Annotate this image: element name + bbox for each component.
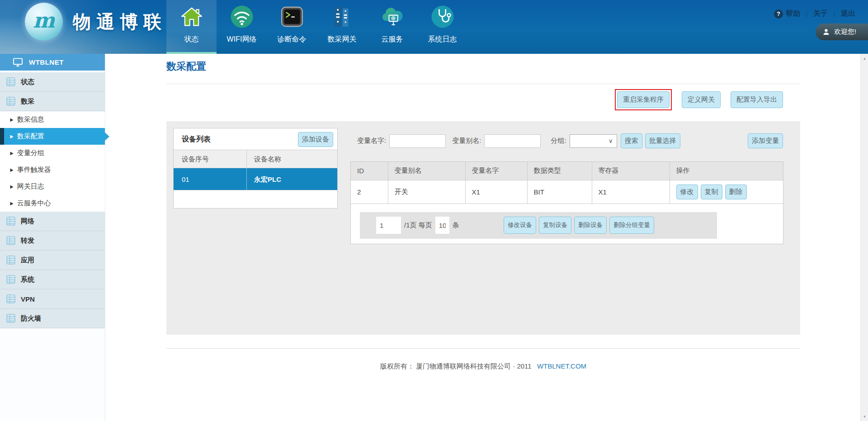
variable-alias-input[interactable]: [484, 134, 541, 148]
batch-select-button[interactable]: 批量选择: [645, 133, 680, 148]
tab-diagnostics-label: 诊断命令: [278, 35, 307, 44]
col-actions: 操作: [670, 162, 783, 180]
caret-right-icon: ▶: [10, 151, 13, 156]
sidebar-item-event-trigger[interactable]: ▶ 事件触发器: [0, 161, 105, 178]
page-actions: 重启采集程序 定义网关 配置导入导出: [166, 89, 800, 110]
tab-gateway[interactable]: 数采网关: [317, 0, 367, 54]
add-variable-button[interactable]: 添加变量: [748, 133, 783, 148]
tab-status[interactable]: 状态: [166, 0, 217, 54]
device-list-header: 设备列表 添加设备: [174, 128, 337, 150]
device-list-title: 设备列表: [182, 128, 211, 150]
device-col-no: 设备序号: [174, 150, 247, 168]
help-icon: ?: [774, 9, 783, 19]
cloud-icon: [380, 4, 405, 29]
terminal-icon: [279, 4, 305, 29]
sidebar-item-datacollect[interactable]: 数采: [0, 92, 105, 111]
sidebar-item-network[interactable]: 网络: [0, 212, 105, 231]
device-name: 永宏PLC: [247, 168, 337, 190]
col-datatype: 数据类型: [527, 162, 592, 180]
define-gateway-button[interactable]: 定义网关: [682, 91, 721, 108]
brand-logo-icon: m: [25, 3, 63, 41]
tab-gateway-label: 数采网关: [328, 35, 357, 44]
cell-register: X1: [592, 180, 670, 203]
device-table-header: 设备序号 设备名称: [174, 150, 337, 168]
sidebar-item-variable-group[interactable]: ▶ 变量分组: [0, 145, 105, 161]
vertical-scrollbar[interactable]: ▲ ▼: [860, 54, 868, 421]
logout-link[interactable]: 退出: [841, 9, 855, 19]
page-title: 数采配置: [166, 60, 206, 73]
cell-id: 2: [351, 180, 388, 203]
scroll-up-icon[interactable]: ▲: [861, 55, 868, 62]
sidebar-item-collect-config[interactable]: ▶ 数采配置: [0, 128, 105, 145]
delete-group-variable-button[interactable]: 删除分组变量: [609, 217, 654, 234]
copyright-text: 版权所有： 厦门物通博联网络科技有限公司 · 2011: [380, 362, 532, 370]
restart-collector-button[interactable]: 重启采集程序: [617, 91, 670, 108]
col-register: 寄存器: [592, 162, 670, 180]
sidebar-item-vpn[interactable]: VPN: [0, 289, 105, 309]
welcome-pill[interactable]: 欢迎您!: [816, 24, 868, 40]
sidebar-item-collect-info[interactable]: ▶ 数采信息: [0, 111, 105, 128]
grid-icon: [5, 255, 16, 265]
col-alias: 变量别名: [388, 162, 465, 180]
caret-right-icon: ▶: [10, 201, 13, 206]
help-link[interactable]: 帮助: [786, 9, 800, 19]
sidebar-item-firewall[interactable]: 防火墙: [0, 309, 105, 328]
sidebar-item-application[interactable]: 应用: [0, 251, 105, 270]
page-size-label: 条: [453, 221, 459, 230]
caret-right-icon: ▶: [10, 117, 13, 122]
page-size-input[interactable]: [435, 217, 449, 234]
sidebar-item-forward[interactable]: 转发: [0, 231, 105, 251]
brand-logo-letter: m: [33, 8, 55, 33]
device-action-buttons: 修改设备 复制设备 删除设备 删除分组变量: [504, 217, 654, 234]
tab-wifi[interactable]: WIFI网络: [217, 0, 267, 54]
header-links: ? 帮助 关于 退出: [774, 9, 855, 19]
cell-alias: 开关: [388, 180, 465, 203]
brand-logo: m 物通博联: [25, 3, 167, 41]
page-count-label: /1页 每页: [404, 221, 432, 230]
delete-device-button[interactable]: 删除设备: [574, 217, 607, 234]
tab-diagnostics[interactable]: 诊断命令: [267, 0, 317, 54]
about-link[interactable]: 关于: [813, 9, 828, 19]
brand-name: 物通博联: [73, 9, 167, 34]
page-number-input[interactable]: [376, 217, 401, 234]
scroll-down-icon[interactable]: ▼: [861, 413, 868, 420]
delete-variable-button[interactable]: 删除: [725, 184, 747, 199]
main-content: 数采配置 重启采集程序 定义网关 配置导入导出 设备列表 添加设备 设备序号 设…: [105, 54, 868, 421]
monitor-icon: [13, 57, 23, 67]
grid-icon: [5, 293, 16, 304]
tab-syslog-label: 系统日志: [428, 35, 457, 44]
grid-icon: [5, 313, 16, 324]
config-import-export-button[interactable]: 配置导入导出: [731, 91, 783, 108]
variable-alias-label: 变量别名:: [452, 137, 481, 145]
sidebar-item-status[interactable]: 状态: [0, 72, 105, 92]
sidebar-item-system[interactable]: 系统: [0, 270, 105, 289]
copy-variable-button[interactable]: 复制: [701, 184, 722, 199]
annotation-highlight-box: 重启采集程序: [615, 89, 672, 110]
add-device-button[interactable]: 添加设备: [298, 132, 333, 147]
variable-filter-row: 变量名字: 变量别名: 分组: ∨ 搜索 批量选择 添加变量: [350, 133, 783, 148]
tab-cloud[interactable]: 云服务: [367, 0, 417, 54]
pagination-bar: /1页 每页 条 修改设备 复制设备 删除设备 删除分组变量: [360, 212, 717, 239]
variables-zone: 变量名字: 变量别名: 分组: ∨ 搜索 批量选择 添加变量: [350, 121, 783, 335]
copy-device-button[interactable]: 复制设备: [539, 217, 571, 234]
title-divider: [166, 84, 800, 84]
footer-link[interactable]: WTBLNET.COM: [537, 362, 586, 370]
variable-table-container: ID 变量别名 变量名字 数据类型 寄存器 操作 2 开关: [350, 161, 783, 244]
device-list-panel: 设备列表 添加设备 设备序号 设备名称 01 永宏PLC: [173, 128, 338, 208]
tab-syslog[interactable]: 系统日志: [417, 0, 467, 54]
tab-cloud-label: 云服务: [382, 35, 403, 44]
sidebar-item-cloud-center[interactable]: ▶ 云服务中心: [0, 195, 105, 212]
gateway-icon: [330, 4, 355, 29]
group-select[interactable]: ∨: [570, 134, 617, 148]
search-button[interactable]: 搜索: [621, 133, 642, 148]
device-row[interactable]: 01 永宏PLC: [174, 168, 337, 190]
grid-icon: [5, 96, 16, 107]
home-icon: [179, 4, 204, 29]
sidebar-item-gateway-log[interactable]: ▶ 网关日志: [0, 178, 105, 195]
edit-variable-button[interactable]: 修改: [676, 184, 698, 199]
link-separator: [834, 10, 835, 18]
edit-device-button[interactable]: 修改设备: [504, 217, 536, 234]
variable-name-input[interactable]: [389, 134, 446, 148]
footer: 版权所有： 厦门物通博联网络科技有限公司 · 2011 WTBLNET.COM: [166, 362, 800, 371]
variable-table: ID 变量别名 变量名字 数据类型 寄存器 操作 2 开关: [351, 162, 783, 204]
